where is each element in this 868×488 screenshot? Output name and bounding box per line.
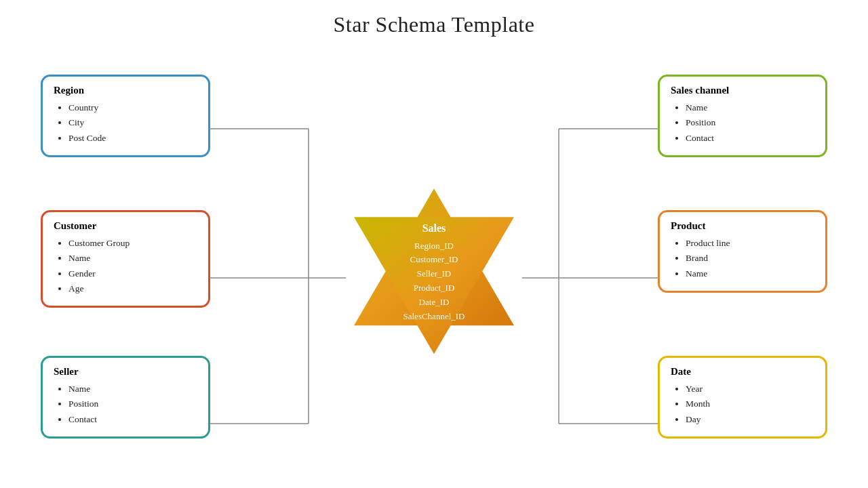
- list-item: Age: [68, 281, 197, 296]
- list-item: Year: [686, 382, 814, 396]
- list-item: Contact: [68, 412, 197, 427]
- region-title: Region: [54, 85, 197, 96]
- sales-channel-list: Name Position Contact: [671, 100, 814, 146]
- list-item: Name: [68, 251, 197, 266]
- diagram: Region Country City Post Code Customer C…: [0, 47, 868, 488]
- star-field-0: Region_ID: [373, 239, 495, 253]
- product-title: Product: [671, 220, 814, 232]
- list-item: Day: [686, 412, 814, 427]
- date-box: Date Year Month Day: [658, 356, 827, 439]
- star-field-5: SalesChannel_ID: [373, 309, 495, 323]
- product-box: Product Product line Brand Name: [658, 210, 827, 293]
- region-list: Country City Post Code: [54, 100, 197, 146]
- list-item: Position: [68, 396, 197, 411]
- list-item: Country: [68, 100, 197, 115]
- list-item: Name: [686, 266, 814, 281]
- customer-list: Customer Group Name Gender Age: [54, 236, 197, 296]
- date-title: Date: [671, 366, 814, 378]
- customer-title: Customer: [54, 220, 197, 232]
- sales-channel-box: Sales channel Name Position Contact: [658, 75, 827, 157]
- star-center-title: Sales: [373, 220, 495, 237]
- product-list: Product line Brand Name: [671, 236, 814, 281]
- page-title: Star Schema Template: [0, 0, 868, 37]
- list-item: Customer Group: [68, 236, 197, 251]
- customer-box: Customer Customer Group Name Gender Age: [41, 210, 210, 308]
- star-text: Sales Region_ID Customer_ID Seller_ID Pr…: [373, 220, 495, 323]
- seller-box: Seller Name Position Contact: [41, 356, 210, 439]
- list-item: Name: [68, 382, 197, 396]
- list-item: Name: [686, 100, 814, 115]
- star-field-1: Customer_ID: [373, 253, 495, 267]
- star-field-4: Date_ID: [373, 295, 495, 309]
- list-item: Contact: [686, 131, 814, 146]
- list-item: Post Code: [68, 131, 197, 146]
- date-list: Year Month Day: [671, 382, 814, 427]
- list-item: Month: [686, 396, 814, 411]
- seller-list: Name Position Contact: [54, 382, 197, 427]
- list-item: City: [68, 115, 197, 130]
- list-item: Brand: [686, 251, 814, 266]
- seller-title: Seller: [54, 366, 197, 378]
- region-box: Region Country City Post Code: [41, 75, 210, 157]
- star-field-2: Seller_ID: [373, 267, 495, 281]
- star-container: Sales Region_ID Customer_ID Seller_ID Pr…: [346, 183, 522, 359]
- list-item: Product line: [686, 236, 814, 251]
- list-item: Position: [686, 115, 814, 130]
- list-item: Gender: [68, 266, 197, 281]
- star-field-3: Product_ID: [373, 281, 495, 295]
- sales-channel-title: Sales channel: [671, 85, 814, 96]
